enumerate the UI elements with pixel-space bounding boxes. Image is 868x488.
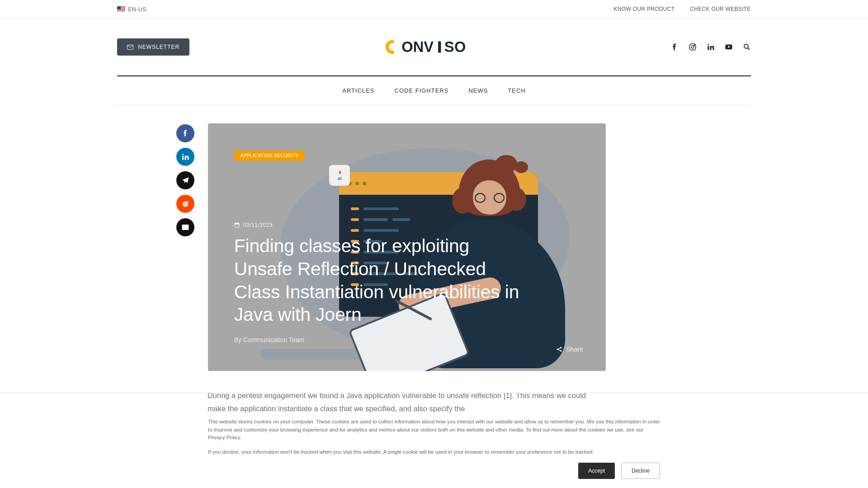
us-flag-icon bbox=[117, 6, 125, 12]
share-linkedin[interactable] bbox=[176, 148, 194, 166]
share-label: Share bbox=[566, 346, 583, 353]
site-logo[interactable]: ONV SO bbox=[382, 38, 486, 56]
cookie-text-1: This website stores cookies on your comp… bbox=[208, 418, 660, 442]
svg-rect-6 bbox=[117, 11, 125, 12]
category-tag[interactable]: APPLICATION SECURITY bbox=[234, 150, 305, 161]
cookie-divider bbox=[0, 393, 868, 393]
svg-rect-26 bbox=[235, 223, 239, 225]
main-nav: ARTICLES CODE FIGHTERS NEWS TECH bbox=[117, 76, 751, 105]
top-links: KNOW OUR PRODUCT CHECK OUR WEBSITE bbox=[614, 6, 751, 12]
svg-rect-27 bbox=[236, 222, 236, 224]
svg-rect-15 bbox=[708, 46, 709, 50]
know-product-link[interactable]: KNOW OUR PRODUCT bbox=[614, 6, 675, 12]
cookie-buttons: Accept Decline bbox=[208, 463, 660, 479]
cookie-text-2: If you decline, your information won't b… bbox=[208, 448, 660, 456]
share-column bbox=[176, 123, 194, 371]
cookie-banner: This website stores cookies on your comp… bbox=[208, 418, 660, 479]
linkedin-icon[interactable] bbox=[707, 43, 715, 51]
svg-rect-7 bbox=[117, 6, 121, 9]
nav-news[interactable]: NEWS bbox=[468, 87, 488, 94]
language-selector[interactable]: EN-US bbox=[117, 6, 146, 13]
by-prefix: By bbox=[234, 336, 243, 343]
language-label: EN-US bbox=[128, 6, 146, 13]
decline-button[interactable]: Decline bbox=[621, 463, 660, 479]
share-icon bbox=[556, 346, 562, 352]
top-bar: EN-US KNOW OUR PRODUCT CHECK OUR WEBSITE bbox=[0, 0, 868, 19]
svg-point-19 bbox=[182, 154, 184, 155]
check-website-link[interactable]: CHECK OUR WEBSITE bbox=[690, 6, 750, 12]
hero-overlay: APPLICATION SECURITY 03/11/2023 Finding … bbox=[208, 123, 606, 371]
svg-point-13 bbox=[691, 46, 694, 48]
social-icons bbox=[670, 43, 751, 51]
svg-point-17 bbox=[744, 44, 748, 48]
article-date: 03/11/2023 bbox=[243, 221, 273, 228]
svg-point-22 bbox=[186, 203, 187, 204]
svg-rect-5 bbox=[117, 10, 125, 11]
svg-point-21 bbox=[184, 203, 184, 204]
svg-point-16 bbox=[708, 44, 709, 45]
svg-rect-28 bbox=[238, 222, 238, 224]
content-wrap: APPLICATION SECURITY 03/11/2023 Finding … bbox=[0, 105, 868, 371]
share-toggle[interactable]: Share bbox=[556, 346, 583, 353]
svg-point-14 bbox=[694, 45, 695, 46]
svg-text:SO: SO bbox=[444, 38, 466, 55]
instagram-icon[interactable] bbox=[689, 43, 697, 51]
newsletter-button[interactable]: NEWSLETTER bbox=[117, 38, 189, 56]
share-telegram[interactable] bbox=[176, 171, 194, 189]
article-hero: APPLICATION SECURITY 03/11/2023 Finding … bbox=[208, 123, 606, 371]
svg-rect-18 bbox=[182, 156, 184, 160]
newsletter-label: NEWSLETTER bbox=[138, 44, 179, 50]
author[interactable]: Communication Team bbox=[243, 336, 304, 343]
svg-rect-4 bbox=[117, 9, 125, 10]
share-reddit[interactable] bbox=[176, 195, 194, 213]
accept-button[interactable]: Accept bbox=[578, 463, 615, 479]
svg-rect-10 bbox=[438, 41, 441, 52]
site-header: NEWSLETTER ONV SO bbox=[0, 19, 868, 75]
share-facebook[interactable] bbox=[176, 124, 194, 142]
youtube-icon[interactable] bbox=[725, 43, 733, 51]
nav-code-fighters[interactable]: CODE FIGHTERS bbox=[395, 87, 449, 94]
share-email[interactable] bbox=[176, 218, 194, 236]
article-title: Finding classes for exploiting Unsafe Re… bbox=[234, 235, 524, 326]
byline: By Communication Team bbox=[234, 336, 583, 343]
nav-tech[interactable]: TECH bbox=[508, 87, 525, 94]
date-row: 03/11/2023 bbox=[234, 221, 583, 228]
calendar-icon bbox=[234, 222, 240, 228]
facebook-icon[interactable] bbox=[670, 43, 679, 51]
nav-articles[interactable]: ARTICLES bbox=[342, 87, 374, 94]
search-icon[interactable] bbox=[743, 43, 751, 51]
svg-point-23 bbox=[187, 201, 189, 202]
svg-text:ONV: ONV bbox=[401, 38, 434, 55]
envelope-icon bbox=[127, 45, 133, 50]
